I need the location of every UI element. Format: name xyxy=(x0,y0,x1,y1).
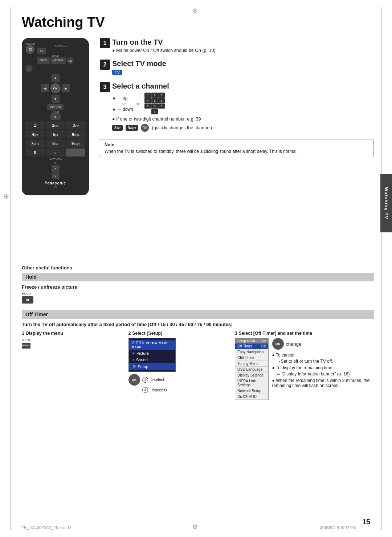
num-3[interactable]: 3def xyxy=(66,121,85,129)
ch-arrows: ∧ — up CH ∨ — down xyxy=(112,95,133,112)
remote-control: POWER ⏻ INPUT—— TV MENU MENU ASPECT BB xyxy=(22,38,89,195)
off-timer-section: Off Timer Turn the TV off automatically … xyxy=(22,310,374,400)
main-content: POWER ⏻ INPUT—— TV MENU MENU ASPECT BB xyxy=(22,34,374,195)
mini-4[interactable]: 4 xyxy=(144,98,151,103)
step1-row: 1 Turn on the TV Mains power On / Off sw… xyxy=(100,38,374,54)
mini-5[interactable]: 5 xyxy=(151,98,158,103)
hold-label-text: HOLD xyxy=(22,292,374,296)
ok-change-btn[interactable]: OK xyxy=(272,338,284,350)
step3-right: OK change To cancel ⇒ Set to off or turn… xyxy=(272,338,374,389)
remaining-warning-bullet: When the remaining time is within 3 minu… xyxy=(272,378,374,388)
step3-content-row: Setup Menu 1/2 Off Timer Off Easy Naviga… xyxy=(235,338,374,400)
bb-button[interactable]: BB xyxy=(67,57,74,64)
setup-item-offtimer[interactable]: Off Timer Off xyxy=(235,343,268,349)
option-button[interactable]: OPTION xyxy=(47,104,64,110)
instructions-panel: 1 Turn on the TV Mains power On / Off sw… xyxy=(100,38,374,195)
numpad: 1 2abc 3def 4ghi 5jkl 6mno 7pqrs 8tuv 9w… xyxy=(25,121,85,156)
ok-select-btn[interactable]: OK xyxy=(128,374,140,386)
num-0[interactable]: 0 xyxy=(25,149,45,156)
mini-2[interactable]: 2 xyxy=(151,93,158,98)
setup-item-network[interactable]: Network Setup xyxy=(235,388,268,394)
ok-button[interactable]: OK xyxy=(50,83,61,93)
off-step1-heading: 1 Display the menu xyxy=(22,331,121,336)
note-title: Note xyxy=(105,142,369,147)
num-4[interactable]: 4ghi xyxy=(25,130,45,138)
setup-item-tuning[interactable]: Tuning Menu xyxy=(235,361,268,367)
aspect-button[interactable]: ASPECT xyxy=(51,57,66,64)
footer: TH_L37U30KMTX_EN.indd 15 3/18/2011 4:10:… xyxy=(22,526,356,530)
ch-down-btn[interactable]: ∨ xyxy=(52,172,60,179)
off-timer-steps: 1 Display the menu MENU MENU 2 Select [S… xyxy=(22,331,374,400)
info-button[interactable]: i xyxy=(25,65,33,72)
off-step3-heading: 3 Select [Off Timer] and set the time xyxy=(235,331,374,336)
menu-item-picture[interactable]: ≡ Picture xyxy=(129,350,175,357)
step3-bullet1: If one or two-digit channel number, e.g.… xyxy=(112,117,374,122)
setup-item-display[interactable]: Display Settings xyxy=(235,373,268,378)
quick-label: (quickly changes the channel) xyxy=(152,125,212,130)
num-1[interactable]: 1 xyxy=(25,121,45,129)
dpad-up[interactable]: ▲ xyxy=(52,74,60,82)
panasonic-brand: Panasonic xyxy=(25,181,85,185)
num-8[interactable]: 8tuv xyxy=(46,139,65,147)
menu-item-sound[interactable]: ♪ Sound xyxy=(129,357,175,363)
num-circle[interactable]: ○ xyxy=(46,149,65,156)
num-7[interactable]: 7pqrs xyxy=(25,139,45,147)
viera-menu-title: VIERA VIERA Main Menu xyxy=(129,340,175,350)
num-6[interactable]: 6mno xyxy=(66,130,85,138)
num-5[interactable]: 5jkl xyxy=(46,130,65,138)
note-text: When the TV is switched to standby, ther… xyxy=(105,149,369,154)
quick-3-btn[interactable]: 3def xyxy=(112,125,123,131)
mini-1[interactable]: 1 xyxy=(144,93,151,98)
tv-button[interactable]: TV xyxy=(37,48,46,54)
menu-row-label: MENU xyxy=(37,55,74,57)
ch-label-small: CH xyxy=(122,102,127,105)
dpad-left[interactable]: ◀ xyxy=(41,84,49,92)
power-button[interactable]: ⏻ xyxy=(26,45,34,54)
mini-9[interactable]: 9 xyxy=(158,103,165,109)
mini-0[interactable]: 0 xyxy=(151,109,158,114)
display-col: MENU MENU xyxy=(22,338,121,349)
ch-up-arrow[interactable]: ∧ — up xyxy=(112,95,133,101)
mini-8[interactable]: 8 xyxy=(151,103,158,109)
cancel-bullet: To cancel xyxy=(272,353,374,358)
page-number: 15 xyxy=(362,518,370,526)
step3-content: Select a channel ∧ — up CH xyxy=(112,82,374,134)
num-9[interactable]: 9wxyz xyxy=(66,139,85,147)
hold-button[interactable]: ⊞ xyxy=(50,113,61,120)
num-extra[interactable] xyxy=(66,149,85,156)
dpad-right[interactable]: ▶ xyxy=(62,84,70,92)
display-remaining-bullet: To display the remaining time xyxy=(272,365,374,370)
hold-icon-row: HOLD ⊞ xyxy=(22,292,374,304)
ch-up-btn[interactable]: ∧ xyxy=(52,165,60,172)
ch-row: CH ∧ ∨ xyxy=(25,162,85,179)
setup-item-divx[interactable]: DivX® VOD xyxy=(235,394,268,400)
num-2[interactable]: 2abc xyxy=(46,121,65,129)
quick-ok-btn[interactable]: OK xyxy=(141,124,149,132)
menu-item-setup[interactable]: ⚙ Setup xyxy=(129,363,175,370)
note-box: Note When the TV is switched to standby,… xyxy=(100,139,374,157)
dpad-down[interactable]: ▼ xyxy=(52,95,60,103)
ch-down-arrow[interactable]: ∨ — down xyxy=(112,106,133,112)
mini-7[interactable]: 7 xyxy=(144,103,151,109)
reg-mark-left: ⊕ xyxy=(4,192,9,200)
hold-btn-icon[interactable]: ⊞ xyxy=(22,296,33,304)
bottom-section: Other useful functions Hold Freeze / unf… xyxy=(22,265,374,400)
setup-item-osd[interactable]: OSD Language xyxy=(235,367,268,373)
menu-icon[interactable]: MENU xyxy=(22,343,30,349)
mini-6[interactable]: 6 xyxy=(158,98,165,103)
or-label: or xyxy=(137,101,141,106)
freeze-heading: Freeze / unfreeze picture xyxy=(22,284,374,290)
step2-badge: 2 xyxy=(100,60,110,70)
page-title: Watching TV xyxy=(22,15,105,30)
off-timer-description: Turn the TV off automatically after a fi… xyxy=(22,322,374,327)
step2-heading: Select TV mode xyxy=(112,60,374,68)
quick-9-btn[interactable]: 9wxyz xyxy=(126,125,138,131)
setup-item-viera[interactable]: VIERA Link Settings xyxy=(235,378,268,388)
dpad: ▲ ▼ ◀ ▶ OK xyxy=(41,74,70,103)
side-tab: Watching TV xyxy=(380,174,392,232)
setup-item-easynav[interactable]: Easy Navigation xyxy=(235,349,268,355)
setup-item-childlock[interactable]: Child Lock xyxy=(235,355,268,361)
menu-button[interactable]: MENU xyxy=(37,57,50,64)
mini-3[interactable]: 3 xyxy=(158,93,165,98)
off-step2-heading: 2 Select [Setup] xyxy=(128,331,228,336)
